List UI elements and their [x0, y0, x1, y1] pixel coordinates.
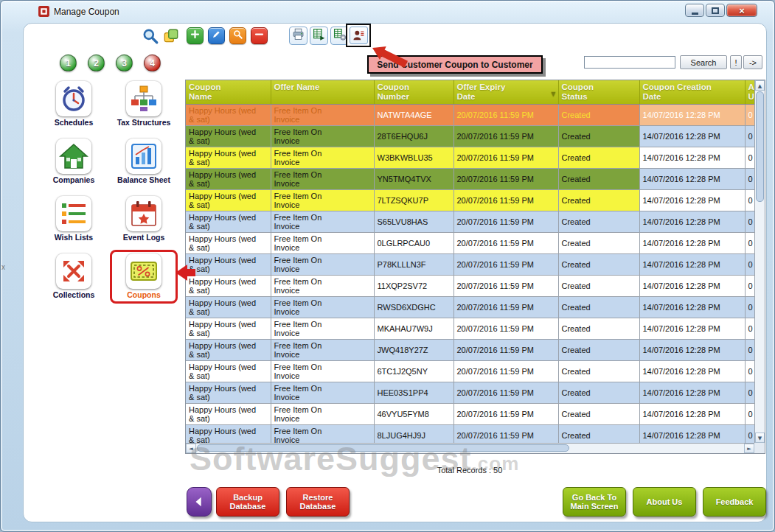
cell-expiry[interactable]: 20/07/2016 11:59 PM	[453, 425, 558, 444]
cell-created[interactable]: 14/07/2016 12:28 PM	[639, 254, 745, 276]
cell-number[interactable]: HEE03S1PP4	[374, 382, 453, 404]
cell-created[interactable]: 14/07/2016 12:28 PM	[639, 147, 745, 169]
column-header-6[interactable]: A U	[745, 80, 754, 105]
cell-expiry[interactable]: 20/07/2016 11:59 PM	[453, 211, 558, 233]
find-button[interactable]	[229, 27, 246, 44]
cell-name[interactable]: Happy Hours (wed & sat)	[186, 318, 271, 340]
vertical-scroll-thumb[interactable]	[756, 91, 764, 202]
cell-offer[interactable]: Free Item On Invoice	[271, 105, 374, 126]
cell-offer[interactable]: Free Item On Invoice	[271, 297, 374, 318]
cell-number[interactable]: JWQ418Y27Z	[374, 340, 453, 361]
coupon-row[interactable]: Happy Hours (wed & sat)Free Item On Invo…	[186, 361, 754, 382]
scroll-left-icon[interactable]: ◄	[186, 444, 196, 453]
edit-button[interactable]	[208, 27, 225, 44]
cell-au[interactable]: 0	[745, 276, 754, 297]
cell-offer[interactable]: Free Item On Invoice	[271, 382, 374, 404]
back-button[interactable]	[187, 487, 212, 517]
go-button[interactable]: ->	[743, 55, 762, 69]
cell-created[interactable]: 14/07/2016 12:28 PM	[639, 190, 745, 211]
cell-name[interactable]: Happy Hours (wed & sat)	[186, 404, 271, 425]
coupon-row[interactable]: Happy Hours (wed & sat)Free Item On Invo…	[186, 425, 754, 444]
cell-name[interactable]: Happy Hours (wed & sat)	[186, 297, 271, 318]
alert-button[interactable]: !	[730, 55, 742, 69]
search-button[interactable]: Search	[680, 55, 727, 69]
cell-au[interactable]: 0	[745, 126, 754, 147]
cell-status[interactable]: Created	[558, 404, 639, 425]
cell-name[interactable]: Happy Hours (wed & sat)	[186, 169, 271, 190]
cell-name[interactable]: Happy Hours (wed & sat)	[186, 190, 271, 211]
horizontal-scrollbar[interactable]: ◄ ►	[186, 443, 754, 453]
cell-offer[interactable]: Free Item On Invoice	[271, 340, 374, 361]
cell-status[interactable]: Created	[558, 318, 639, 340]
cell-offer[interactable]: Free Item On Invoice	[271, 147, 374, 169]
coupon-row[interactable]: Happy Hours (wed & sat)Free Item On Invo…	[186, 404, 754, 425]
coupon-row[interactable]: Happy Hours (wed & sat)Free Item On Invo…	[186, 126, 754, 147]
cell-au[interactable]: 0	[745, 297, 754, 318]
cell-status[interactable]: Created	[558, 105, 639, 126]
cell-status[interactable]: Created	[558, 126, 639, 147]
export-excel-button[interactable]	[310, 27, 328, 45]
cell-expiry[interactable]: 20/07/2016 11:59 PM	[453, 340, 558, 361]
cell-au[interactable]: 0	[745, 147, 754, 169]
cell-number[interactable]: YN5TMQ4TVX	[374, 169, 453, 190]
cell-created[interactable]: 14/07/2016 12:28 PM	[639, 425, 745, 444]
cell-number[interactable]: MKAHAU7W9J	[374, 318, 453, 340]
cell-number[interactable]: 0LGLRPCAU0	[374, 233, 453, 254]
cell-number[interactable]: 7LTZSQKU7P	[374, 190, 453, 211]
cell-created[interactable]: 14/07/2016 12:28 PM	[639, 169, 745, 190]
cell-offer[interactable]: Free Item On Invoice	[271, 169, 374, 190]
cell-offer[interactable]: Free Item On Invoice	[271, 190, 374, 211]
cell-offer[interactable]: Free Item On Invoice	[271, 254, 374, 276]
cell-number[interactable]: 11XQP2SV72	[374, 276, 453, 297]
cell-expiry[interactable]: 20/07/2016 11:59 PM	[453, 382, 558, 404]
column-header-2[interactable]: Coupon Number	[374, 80, 453, 105]
cell-au[interactable]: 0	[745, 169, 754, 190]
cell-status[interactable]: Created	[558, 382, 639, 404]
add-button[interactable]	[187, 27, 204, 44]
cell-name[interactable]: Happy Hours (wed & sat)	[186, 254, 271, 276]
backup-database-button[interactable]: Backup Database	[216, 487, 279, 517]
cell-created[interactable]: 14/07/2016 12:28 PM	[639, 233, 745, 254]
cell-offer[interactable]: Free Item On Invoice	[271, 361, 374, 382]
cell-number[interactable]: 46VYU5FYM8	[374, 404, 453, 425]
feedback-button[interactable]: Feedback	[703, 487, 766, 517]
coupon-row[interactable]: Happy Hours (wed & sat)Free Item On Invo…	[186, 297, 754, 318]
cell-status[interactable]: Created	[558, 233, 639, 254]
cell-expiry[interactable]: 20/07/2016 11:59 PM	[453, 233, 558, 254]
vertical-scrollbar[interactable]: ▲ ▼	[754, 80, 765, 443]
close-button[interactable]: ×	[726, 4, 757, 17]
sidebar-item-schedules[interactable]: Schedules	[40, 77, 108, 131]
coupon-row[interactable]: Happy Hours (wed & sat)Free Item On Invo…	[186, 211, 754, 233]
coupon-row[interactable]: Happy Hours (wed & sat)Free Item On Invo…	[186, 318, 754, 340]
cell-name[interactable]: Happy Hours (wed & sat)	[186, 382, 271, 404]
coupon-row[interactable]: Happy Hours (wed & sat)Free Item On Invo…	[186, 276, 754, 297]
column-header-5[interactable]: Coupon Creation Date	[639, 80, 745, 105]
cell-au[interactable]: 0	[745, 340, 754, 361]
sidebar-item-companies[interactable]: Companies	[40, 135, 108, 189]
cell-expiry[interactable]: 20/07/2016 11:59 PM	[453, 297, 558, 318]
cell-offer[interactable]: Free Item On Invoice	[271, 318, 374, 340]
horizontal-scroll-thumb[interactable]	[197, 444, 569, 452]
coupon-row[interactable]: Happy Hours (wed & sat)Free Item On Invo…	[186, 190, 754, 211]
cell-number[interactable]: 6TC1J2Q5NY	[374, 361, 453, 382]
cell-expiry[interactable]: 20/07/2016 11:59 PM	[453, 147, 558, 169]
cell-number[interactable]: P78KLLLN3F	[374, 254, 453, 276]
cell-status[interactable]: Created	[558, 190, 639, 211]
cell-created[interactable]: 14/07/2016 12:28 PM	[639, 382, 745, 404]
cell-name[interactable]: Happy Hours (wed & sat)	[186, 276, 271, 297]
cell-expiry[interactable]: 20/07/2016 11:59 PM	[453, 361, 558, 382]
coupon-row[interactable]: Happy Hours (wed & sat)Free Item On Invo…	[186, 340, 754, 361]
cell-au[interactable]: 0	[745, 404, 754, 425]
cell-name[interactable]: Happy Hours (wed & sat)	[186, 211, 271, 233]
cell-expiry[interactable]: 20/07/2016 11:59 PM	[453, 404, 558, 425]
cell-number[interactable]: RWSD6XDGHC	[374, 297, 453, 318]
go-back-to-main-screen-button[interactable]: Go Back To Main Screen	[563, 487, 626, 517]
cell-created[interactable]: 14/07/2016 12:28 PM	[639, 361, 745, 382]
cell-au[interactable]: 0	[745, 425, 754, 444]
cell-status[interactable]: Created	[558, 297, 639, 318]
cell-created[interactable]: 14/07/2016 12:28 PM	[639, 318, 745, 340]
sidebar-item-wish-lists[interactable]: Wish Lists	[40, 192, 108, 246]
column-header-3[interactable]: Offer Expiry Date▼	[453, 80, 558, 105]
cell-status[interactable]: Created	[558, 211, 639, 233]
cell-offer[interactable]: Free Item On Invoice	[271, 404, 374, 425]
